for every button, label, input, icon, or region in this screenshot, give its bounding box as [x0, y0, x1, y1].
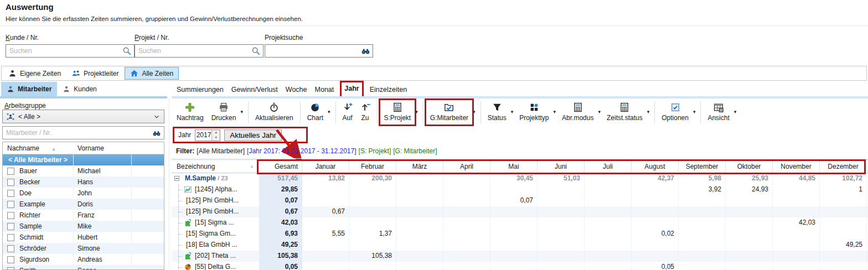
scope-tab-eigene-zeiten[interactable]: Eigene Zeiten	[3, 67, 66, 80]
mitarbeiter-row-schmidt[interactable]: SchmidtHubert	[3, 232, 164, 243]
spin-down-icon[interactable]: ▼	[212, 135, 220, 141]
spinner-buttons[interactable]: ▲ ▼	[211, 130, 220, 141]
dropdown-caret-icon[interactable]: ▾	[511, 109, 514, 115]
dropdown-caret-icon[interactable]: ▾	[554, 109, 556, 115]
table-row-125-phi-gmbh[interactable]: [125] Phi GmbH...0,670,67	[172, 206, 868, 217]
toolbar-button-abr-modus[interactable]: Abr.modus	[558, 100, 597, 124]
table-row-1245-alpha[interactable]: [1245] Alpha...29,853,9224,931	[172, 184, 868, 195]
view-tab-jahr[interactable]: Jahr	[342, 82, 361, 97]
row-checkbox[interactable]	[7, 245, 14, 252]
mitarbeiter-row-bauer[interactable]: BauerMichael	[3, 165, 164, 176]
column-header-gesamt[interactable]: Gesamt	[259, 160, 302, 173]
row-checkbox[interactable]	[7, 212, 14, 219]
view-tab-monat[interactable]: Monat	[315, 84, 334, 95]
kunde-label: Kunde / Nr.	[6, 34, 39, 41]
dropdown-caret-icon[interactable]: ▾	[734, 109, 737, 115]
mitarbeiter-row-sample[interactable]: SampleMike	[3, 221, 164, 232]
mitarbeiter-row-doe[interactable]: DoeJohn	[3, 188, 164, 199]
column-header-juni[interactable]: Juni	[538, 160, 585, 173]
row-checkbox[interactable]	[7, 190, 14, 197]
mitarbeiter-row-schröder[interactable]: SchröderSimone	[3, 243, 164, 254]
column-header-januar[interactable]: Januar	[302, 160, 349, 173]
row-checkbox[interactable]	[7, 223, 14, 230]
view-tab-gewinn-verlust[interactable]: Gewinn/Verlust	[231, 84, 278, 95]
dropdown-caret-icon[interactable]: ▾	[415, 109, 418, 115]
toolbar-button-optionen[interactable]: Optionen	[658, 100, 693, 124]
column-header-november[interactable]: November	[773, 160, 820, 173]
column-header-mai[interactable]: Mai	[490, 160, 538, 173]
column-header-bezeichnung[interactable]: Bezeichnung▲	[172, 160, 259, 173]
column-header-juli[interactable]: Juli	[585, 160, 632, 173]
row-checkbox[interactable]	[7, 179, 14, 186]
view-tab-woche[interactable]: Woche	[286, 84, 307, 95]
mitarbeiter-search-field[interactable]	[2, 126, 164, 139]
toolbar-button-aktualisieren[interactable]: Aktualisieren	[251, 100, 297, 124]
mitarbeiter-row-smith[interactable]: SmithSanne	[3, 265, 164, 270]
toolbar-button-chart[interactable]: Chart	[303, 100, 327, 124]
column-header-april[interactable]: April	[443, 160, 490, 173]
row-checkbox[interactable]	[7, 267, 14, 270]
kunde-search-input[interactable]	[9, 45, 121, 57]
table-row-125-phi-gmbh[interactable]: [125] Phi GmbH...0,070,07	[172, 195, 868, 206]
projektsuche-input[interactable]	[268, 45, 359, 57]
dropdown-caret-icon[interactable]: ▾	[240, 109, 243, 115]
mitarbeiter-list-header[interactable]: Nachname▲ Vorname	[3, 142, 164, 154]
mitarbeiter-row-sigurdson[interactable]: SigurdsonAndreas	[3, 254, 164, 265]
table-row-18-eta-gmbh[interactable]: [18] Eta GmbH ...49,2549,25	[172, 240, 868, 251]
toolbar-button-status[interactable]: Status	[484, 100, 510, 124]
dropdown-caret-icon[interactable]: ▾	[328, 109, 330, 115]
vorname-column-header[interactable]: Vorname	[73, 144, 104, 152]
scope-tab-alle-zeiten[interactable]: Alle Zeiten	[125, 67, 179, 80]
dropdown-caret-icon[interactable]: ▾	[598, 109, 601, 115]
row-checkbox[interactable]	[7, 201, 14, 208]
month-cell	[726, 262, 773, 270]
column-header-oktober[interactable]: Oktober	[726, 160, 773, 173]
mitarbeiter-search-input[interactable]	[6, 127, 144, 138]
kunde-search-field[interactable]	[6, 44, 135, 58]
scope-tab-projektleiter[interactable]: Projektleiter	[67, 67, 123, 80]
mitarbeiter-row-becker[interactable]: BeckerHans	[3, 176, 164, 188]
projekt-search-input[interactable]	[138, 45, 250, 57]
toolbar-button-zeitst-status[interactable]: Zeitst.status	[603, 100, 647, 124]
table-row-m-sample[interactable]: M.Sample / 23517,4513,82200,3030,4551,03…	[172, 173, 868, 184]
dropdown-caret-icon[interactable]: ▾	[693, 109, 696, 115]
aktuelles-jahr-button[interactable]: Aktuelles Jahr	[224, 129, 282, 141]
column-header-august[interactable]: August	[632, 160, 679, 173]
projektsuche-field[interactable]	[265, 44, 373, 58]
dropdown-caret-icon[interactable]: ▾	[647, 109, 650, 115]
toolbar-button-s-projekt[interactable]: S:Projekt	[380, 100, 415, 124]
column-header-dezember[interactable]: Dezember	[820, 160, 867, 173]
projekt-search-field[interactable]	[135, 44, 264, 58]
toolbar-button-g-mitarbeiter[interactable]: G:Mitarbeiter	[426, 100, 472, 124]
table-row-15-sigma-gm[interactable]: [15] Sigma Gm...6,935,551,370,02	[172, 229, 868, 240]
column-header-märz[interactable]: März	[396, 160, 443, 173]
spin-up-icon[interactable]: ▲	[212, 130, 220, 136]
toolbar-button-projekttyp[interactable]: Projekttyp	[515, 100, 552, 124]
toolbar-button-ansicht[interactable]: Ansicht	[704, 100, 733, 124]
nachname-column-header[interactable]: Nachname▲	[3, 144, 73, 152]
left-tab-kunden[interactable]: Kunden	[57, 82, 102, 96]
year-spinner[interactable]: 2017 ▲ ▼	[195, 129, 220, 141]
view-tab-summierungen[interactable]: Summierungen	[177, 84, 224, 95]
toolbar-button-drucken[interactable]: Drucken	[208, 100, 240, 124]
row-checkbox[interactable]	[7, 256, 14, 263]
mitarbeiter-row-richter[interactable]: RichterFranz	[3, 210, 164, 221]
toolbar-button-zu[interactable]: Zu	[356, 100, 374, 124]
year-value[interactable]: 2017	[195, 131, 211, 139]
view-tab-einzelzeiten[interactable]: Einzelzeiten	[370, 84, 407, 95]
column-header-februar[interactable]: Februar	[349, 160, 396, 173]
table-row-55-delta-g[interactable]: [55] Delta G...0,050,05	[172, 262, 868, 270]
arbeitsgruppe-dropdown[interactable]: < Alle >	[2, 110, 164, 123]
mitarbeiter-row-example[interactable]: ExampleDoris	[3, 199, 164, 210]
all-mitarbeiter-row[interactable]: < Alle Mitarbeiter >	[3, 154, 164, 165]
dropdown-caret-icon[interactable]: ▾	[473, 109, 476, 115]
row-checkbox[interactable]	[7, 234, 14, 241]
table-row-202-theta[interactable]: [202] Theta ...105,38105,38	[172, 251, 868, 262]
toolbar-button-auf[interactable]: Auf	[339, 100, 356, 124]
collapse-expander-icon[interactable]	[174, 176, 179, 181]
table-row-15-sigma[interactable]: [15] Sigma ...42,0342,03	[172, 217, 868, 229]
row-checkbox[interactable]	[7, 168, 14, 175]
column-header-september[interactable]: September	[679, 160, 726, 173]
left-tab-mitarbeiter[interactable]: Mitarbeiter	[1, 82, 57, 96]
toolbar-button-nachtrag[interactable]: Nachtrag	[173, 100, 208, 124]
